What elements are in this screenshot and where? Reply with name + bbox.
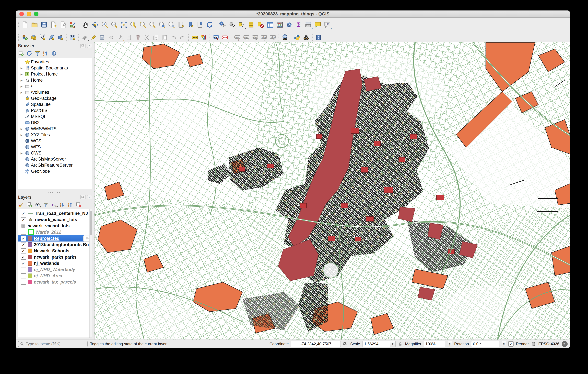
layer-visibility-checkbox[interactable]: ✓	[21, 261, 26, 266]
coordinate-field[interactable]: -74.2842,40.7507	[291, 341, 341, 347]
new-geopackage-layer-button[interactable]	[29, 33, 38, 42]
refresh-map-button[interactable]	[205, 20, 214, 30]
modify-attributes-button[interactable]	[125, 33, 134, 42]
new-spatial-bookmark-button[interactable]	[176, 20, 186, 30]
processing-toolbox-button[interactable]	[284, 20, 294, 30]
layers-close-button[interactable]: ×	[87, 195, 92, 199]
statistical-summary-button[interactable]	[294, 20, 304, 30]
layout-manager-button[interactable]	[58, 20, 68, 30]
pin-labels-button[interactable]	[211, 33, 220, 42]
bookmark-manager-button[interactable]	[195, 20, 205, 30]
browser-close-button[interactable]: ×	[87, 44, 92, 48]
select-features-by-value-button[interactable]: ▾	[246, 20, 256, 30]
move-label-button[interactable]	[251, 33, 259, 42]
highlight-pinned-labels-button[interactable]	[220, 33, 229, 42]
text-annotation-button[interactable]: ▾	[323, 20, 332, 30]
run-feature-action-button[interactable]: ▾	[227, 20, 237, 30]
lock-scale-icon[interactable]	[398, 342, 403, 346]
save-layer-edits-button[interactable]	[98, 33, 107, 42]
layer-visibility-checkbox[interactable]: ✓	[21, 248, 26, 253]
map-tips-button[interactable]	[313, 20, 323, 30]
toolbar-handle[interactable]	[291, 34, 292, 41]
expand-arrow-icon[interactable]: ▸	[19, 133, 24, 137]
pan-to-selection-button[interactable]	[90, 20, 100, 30]
zoom-to-layer-button[interactable]	[138, 20, 147, 30]
current-edits-button[interactable]: ▾	[80, 33, 89, 42]
select-features-button[interactable]: ▾	[237, 20, 246, 30]
locate-search[interactable]	[18, 341, 88, 347]
layers-scrollbar[interactable]	[89, 209, 92, 338]
magnifier-spinner[interactable]: ▲▼	[448, 341, 452, 347]
expand-arrow-icon[interactable]: ▸	[19, 78, 24, 82]
toolbar-handle[interactable]	[66, 34, 67, 41]
new-virtual-layer-button[interactable]	[56, 33, 64, 42]
toggle-editing-button[interactable]	[89, 33, 98, 42]
layer-visibility-checkbox[interactable]	[21, 273, 26, 278]
toolbar-handle[interactable]	[188, 34, 189, 41]
scale-dropdown-icon[interactable]: ▼	[390, 341, 396, 347]
toolbar-handle[interactable]	[79, 21, 80, 28]
locate-input[interactable]	[25, 342, 86, 346]
new-spatialite-layer-button[interactable]	[47, 33, 56, 42]
toolbar-handle[interactable]	[78, 34, 80, 41]
cut-features-button[interactable]	[142, 33, 151, 42]
zoom-out-button[interactable]	[109, 20, 119, 30]
layer-visibility-checkbox[interactable]: ✓	[21, 236, 26, 241]
measure-button[interactable]: ▾	[304, 20, 313, 30]
paste-features-button[interactable]	[160, 33, 169, 42]
zoom-full-extent-button[interactable]	[119, 20, 128, 30]
zoom-to-selection-button[interactable]	[128, 20, 138, 30]
rotation-field[interactable]: 0.0 °	[471, 341, 499, 347]
open-project-button[interactable]	[30, 20, 39, 30]
layer-visibility-checkbox[interactable]	[21, 230, 26, 235]
layer-visibility-checkbox[interactable]: ✓	[21, 255, 26, 260]
expand-arrow-icon[interactable]: ▸	[19, 127, 24, 131]
layer-visibility-checkbox[interactable]: ✓	[21, 242, 26, 247]
messages-icon[interactable]: •••	[562, 341, 568, 347]
show-spatial-bookmarks-button[interactable]	[186, 20, 195, 30]
zoom-native-resolution-button[interactable]	[147, 20, 157, 30]
help-button[interactable]	[314, 33, 323, 42]
expand-arrow-icon[interactable]: ▸	[19, 90, 24, 95]
zoom-last-button[interactable]	[157, 20, 167, 30]
advanced-digitizing-button[interactable]: ▾	[116, 33, 125, 42]
expand-arrow-icon[interactable]: ▸	[19, 72, 24, 77]
rotate-label-button[interactable]	[259, 33, 268, 42]
pan-map-button[interactable]	[81, 20, 90, 30]
add-vector-layer-button[interactable]	[68, 33, 77, 42]
open-attribute-table-button[interactable]	[265, 20, 275, 30]
browser-float-button[interactable]	[81, 44, 85, 48]
panel-splitter[interactable]	[16, 191, 94, 194]
magnifier-field[interactable]: 100%	[424, 341, 445, 347]
new-print-layout-button[interactable]	[49, 20, 58, 30]
statistics-abacus-button[interactable]	[275, 20, 284, 30]
crs-globe-icon[interactable]	[531, 342, 536, 346]
render-checkbox[interactable]: ✓	[508, 341, 514, 347]
layer-visibility-checkbox[interactable]	[21, 267, 26, 272]
redo-button[interactable]	[178, 33, 187, 42]
toolbar-handle[interactable]	[312, 34, 313, 41]
expand-arrow-icon[interactable]: ▸	[19, 84, 24, 89]
zoom-next-button[interactable]	[167, 20, 176, 30]
toolbar-handle[interactable]	[231, 34, 232, 41]
undo-button[interactable]	[169, 33, 178, 42]
expand-arrow-icon[interactable]: ▸	[19, 66, 24, 71]
toolbar-handle[interactable]	[209, 34, 211, 41]
toolbar-handle[interactable]	[18, 34, 19, 41]
zoom-in-button[interactable]	[100, 20, 109, 30]
layer-visibility-checkbox[interactable]: ✓	[21, 217, 26, 222]
copy-features-button[interactable]	[151, 33, 160, 42]
style-manager-button[interactable]	[68, 20, 77, 30]
layer-visibility-checkbox[interactable]: ✓	[21, 211, 26, 216]
new-project-button[interactable]	[20, 20, 30, 30]
change-label-button[interactable]	[268, 33, 277, 42]
show-hide-labels-button[interactable]	[242, 33, 251, 42]
toggle-label-pin-button[interactable]	[233, 33, 242, 42]
python-console-button[interactable]	[293, 33, 302, 42]
title-bar[interactable]: *20200823_mapping_things - QGIS	[16, 10, 570, 18]
identify-features-button[interactable]	[218, 20, 227, 30]
layer-diagram-options-button[interactable]	[199, 33, 208, 42]
scale-combo[interactable]: 1:56294 ▼	[362, 341, 396, 347]
toggle-extents-icon[interactable]	[343, 342, 348, 346]
expand-arrow-icon[interactable]: ▸	[19, 151, 24, 155]
